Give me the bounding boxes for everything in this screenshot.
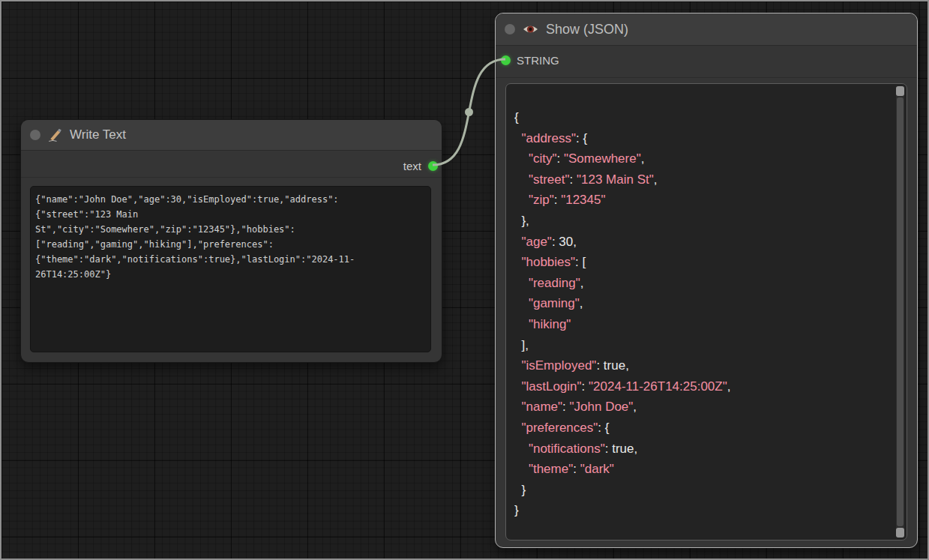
json-line: "reading", xyxy=(514,273,889,294)
wire-midpoint-dot[interactable] xyxy=(465,108,473,116)
collapse-dot[interactable] xyxy=(30,130,40,140)
write-text-header[interactable]: Write Text xyxy=(21,120,442,151)
json-display[interactable]: { "address": { "city": "Somewhere", "str… xyxy=(505,83,907,541)
json-line: ], xyxy=(514,335,889,356)
node-write-text[interactable]: Write Text text {"name":"John Doe","age"… xyxy=(20,119,442,363)
string-input-label: STRING xyxy=(517,54,559,67)
scrollbar-thumb[interactable] xyxy=(897,97,904,526)
json-line: "theme": "dark" xyxy=(514,459,889,480)
json-line: { xyxy=(514,107,889,128)
text-output-port[interactable] xyxy=(428,161,438,171)
node-show-json[interactable]: Show (JSON) STRING { "address": { "city"… xyxy=(495,13,918,548)
pencil-writing-icon xyxy=(48,128,62,142)
json-line: "isEmployed": true, xyxy=(514,355,889,376)
text-output-label: text xyxy=(403,160,421,172)
json-line: } xyxy=(514,500,889,521)
json-content: { "address": { "city": "Somewhere", "str… xyxy=(514,107,889,522)
json-line: } xyxy=(514,480,889,501)
json-line: "lastLogin": "2024-11-26T14:25:00Z", xyxy=(514,376,889,397)
json-line: "notifications": true, xyxy=(514,439,889,460)
scroll-down-arrow[interactable] xyxy=(896,528,904,538)
json-line: "city": "Somewhere", xyxy=(514,148,889,169)
json-line: "street": "123 Main St", xyxy=(514,169,889,190)
show-json-title: Show (JSON) xyxy=(546,22,628,37)
collapse-dot[interactable] xyxy=(505,24,515,34)
json-line: "zip": "12345" xyxy=(514,190,889,211)
show-json-header[interactable]: Show (JSON) xyxy=(496,13,917,46)
json-line: "hobbies": [ xyxy=(514,252,889,273)
text-input-widget[interactable]: {"name":"John Doe","age":30,"isEmployed"… xyxy=(30,186,431,352)
json-line: "preferences": { xyxy=(514,418,889,439)
json-line: "address": { xyxy=(514,128,889,149)
json-line: "age": 30, xyxy=(514,232,889,253)
scroll-up-arrow[interactable] xyxy=(896,86,904,96)
text-output-slot: text xyxy=(403,156,442,175)
string-input-slot: STRING xyxy=(501,46,559,74)
widget-divider xyxy=(21,177,442,178)
write-text-title: Write Text xyxy=(70,127,126,142)
string-input-port[interactable] xyxy=(501,55,511,65)
node-editor-canvas[interactable]: Write Text text {"name":"John Doe","age"… xyxy=(0,0,929,560)
json-line: "gaming", xyxy=(514,293,889,314)
json-scrollbar[interactable] xyxy=(896,86,904,538)
json-line: }, xyxy=(514,211,889,232)
json-line: "name": "John Doe", xyxy=(514,397,889,418)
json-line: "hiking" xyxy=(514,314,889,335)
eye-icon xyxy=(523,24,538,34)
widget-divider xyxy=(496,77,917,78)
